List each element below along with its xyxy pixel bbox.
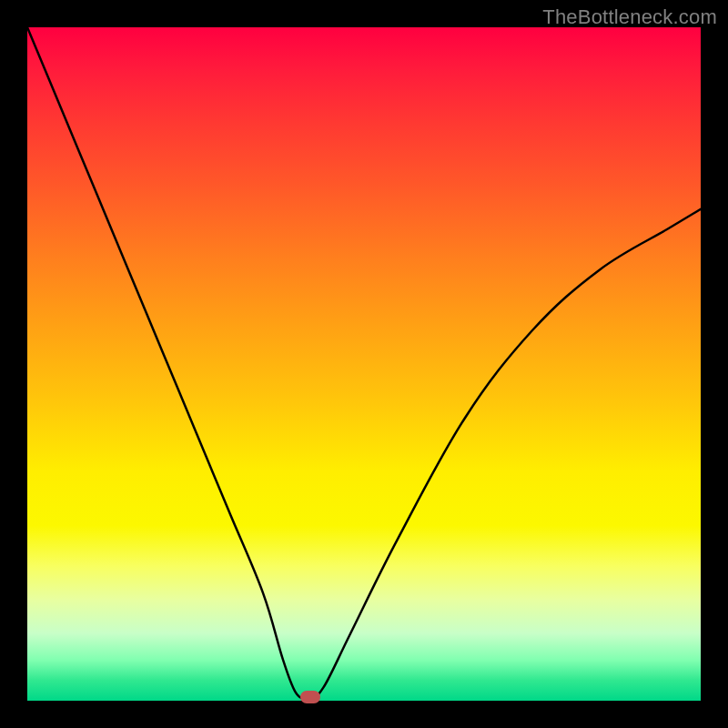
bottleneck-curve: [27, 27, 701, 701]
watermark-text: TheBottleneck.com: [542, 5, 717, 29]
plot-area: [27, 27, 701, 701]
chart-frame: TheBottleneck.com: [0, 0, 728, 728]
minimum-marker: [300, 691, 320, 703]
